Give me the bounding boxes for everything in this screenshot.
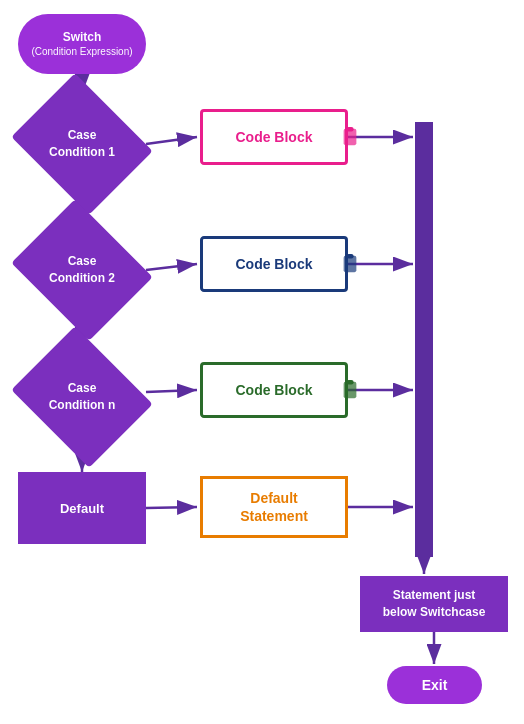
- default-statement-line1: Default: [240, 489, 308, 507]
- puzzle-icon-1: [341, 127, 359, 147]
- default-label: Default: [60, 501, 104, 516]
- svg-line-6: [146, 137, 197, 144]
- code-block-2: Code Block: [200, 236, 348, 292]
- case-condition-2-diamond: [11, 199, 152, 340]
- exit-node: Exit: [387, 666, 482, 704]
- svg-line-7: [146, 264, 197, 270]
- svg-rect-17: [346, 127, 353, 132]
- default-statement-line2: Statement: [240, 507, 308, 525]
- default-node: Default: [18, 472, 146, 544]
- svg-rect-19: [346, 254, 353, 259]
- case-condition-n-diamond: [11, 326, 152, 467]
- switch-node: Switch (Condition Expression): [18, 14, 146, 74]
- switch-label-line2: (Condition Expression): [31, 45, 132, 58]
- code-block-2-label: Code Block: [235, 256, 312, 272]
- case-condition-2-wrap: Case Condition 2: [18, 220, 146, 320]
- code-block-1: Code Block: [200, 109, 348, 165]
- code-block-3: Code Block: [200, 362, 348, 418]
- svg-rect-21: [346, 380, 353, 385]
- switch-label-line1: Switch: [31, 30, 132, 46]
- code-block-3-label: Code Block: [235, 382, 312, 398]
- case-condition-1-wrap: Case Condition 1: [18, 94, 146, 194]
- diagram-container: Switch (Condition Expression) Case Condi…: [0, 0, 524, 724]
- svg-line-8: [146, 390, 197, 392]
- exit-label: Exit: [422, 677, 448, 693]
- default-statement-node: Default Statement: [200, 476, 348, 538]
- case-condition-1-diamond: [11, 73, 152, 214]
- statement-below-line2: below Switchcase: [383, 604, 486, 621]
- statement-below-node: Statement just below Switchcase: [360, 576, 508, 632]
- puzzle-icon-3: [341, 380, 359, 400]
- svg-line-9: [146, 507, 197, 508]
- puzzle-icon-2: [341, 254, 359, 274]
- case-condition-n-wrap: Case Condition n: [18, 347, 146, 447]
- code-block-1-label: Code Block: [235, 129, 312, 145]
- statement-below-line1: Statement just: [383, 587, 486, 604]
- merge-bar: [415, 122, 433, 557]
